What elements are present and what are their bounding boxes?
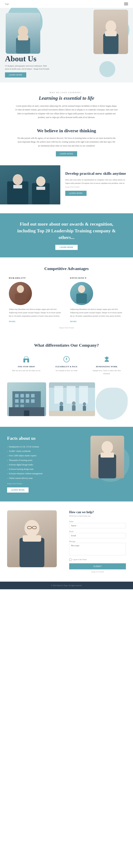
svg-rect-40 [49, 411, 95, 416]
svg-rect-52 [100, 453, 114, 458]
hero-photo-right [93, 9, 128, 54]
develop-content: Develop practical new skills anytime Dui… [60, 165, 133, 205]
competitive-durability-body: Adipiscing bibendum sed ultrices integer… [9, 308, 63, 318]
facts-item-5: ›In-house digital design studio [7, 463, 85, 467]
develop-body: Duis aute irure dolor in reprehenderit i… [65, 178, 128, 185]
nav-logo: logo [5, 2, 9, 5]
svg-rect-30 [31, 394, 35, 398]
facts-learn-more-button[interactable]: LEARN MORE [7, 488, 29, 493]
contact-sub: We'd love to hear from you [69, 515, 126, 517]
form-submit-button[interactable]: SUBMIT [69, 563, 126, 569]
develop-learn-more-button[interactable]: LEARN MORE [65, 191, 87, 196]
facts-left: Facts about us ›Headquarters in UK, US &… [7, 436, 85, 493]
durability-person-icon [12, 284, 28, 303]
svg-point-23 [104, 357, 106, 359]
svg-rect-29 [26, 394, 29, 398]
diff-flexibility-col: Flexibility & pace we commit to how we w… [47, 353, 86, 377]
diff-flexibility-icon [62, 355, 71, 364]
svg-rect-51 [98, 454, 116, 478]
svg-point-10 [36, 176, 45, 186]
svg-point-46 [72, 401, 76, 405]
svg-rect-27 [15, 394, 18, 398]
svg-rect-4 [103, 34, 119, 54]
awards-learn-more-button[interactable]: LEARN MORE [55, 245, 78, 250]
form-message-input[interactable] [69, 543, 126, 555]
svg-rect-28 [20, 394, 24, 398]
form-checkbox-group: I agree to the Terms [69, 558, 126, 561]
facts-item-7: ›In-house enterprise solution management [7, 471, 85, 476]
facts-list: ›Headquarters in UK, US & Germany ›35,00… [7, 444, 85, 480]
believe-section: We believe in diverse thinking We take p… [0, 125, 133, 163]
diff-humanizing-title: Humanizing work [89, 366, 124, 368]
svg-point-44 [59, 402, 63, 406]
form-message-label: Message [69, 540, 126, 542]
why-section: WHY WE LOVE LEARNING... Learning is esse… [0, 83, 133, 125]
diff-flexibility-title: Flexibility & pace [49, 366, 84, 368]
hero-blob-3 [99, 61, 115, 77]
svg-point-14 [78, 285, 85, 293]
svg-rect-37 [24, 410, 29, 416]
svg-point-48 [83, 402, 86, 406]
svg-point-12 [17, 285, 24, 293]
develop-photo [0, 165, 60, 205]
svg-rect-35 [15, 405, 18, 407]
footer: © 2023 About Us Page. All rights reserve… [0, 582, 133, 589]
form-name-input[interactable] [69, 523, 126, 528]
facts-item-8: ›Global content delivery team [7, 476, 85, 480]
develop-people-icon [4, 167, 57, 205]
facts-item-2: ›35,000+ clients worldwide [7, 449, 85, 454]
competitive-durability-col: DURABILITY Adipiscing bibendum sed ultri… [9, 277, 63, 323]
competitive-efficiency-col: EFFICIENCY Adipiscing bibendum sed ultri… [70, 277, 124, 323]
diff-shop-icon [22, 355, 31, 364]
hero-photo-left [6, 13, 40, 54]
competitive-durability-more[interactable]: MORE [9, 320, 15, 322]
hero-person-right-icon [99, 17, 122, 54]
contact-person-icon [11, 514, 53, 567]
believe-heading: We believe in diverse thinking [11, 128, 122, 133]
diff-one-stop-title: One-stop-shop [9, 366, 44, 368]
contact-img-from: Image by Freepik [69, 571, 126, 573]
competitive-heading: Competitive Advantages [9, 266, 124, 271]
form-email-input[interactable] [69, 533, 126, 538]
svg-rect-13 [15, 293, 26, 303]
nav-menu-icon[interactable] [124, 3, 128, 5]
competitive-durability-photo [9, 282, 32, 305]
svg-rect-49 [83, 406, 86, 411]
awards-section: Find out more about our awards & recogni… [0, 213, 133, 257]
diff-interior-photo [49, 382, 95, 416]
hero-section: About Us UI designer, photographer and t… [0, 8, 133, 83]
develop-heading: Develop practical new skills anytime [65, 171, 128, 176]
svg-point-53 [25, 520, 39, 536]
diff-flexibility-body: we commit to how we work [49, 369, 84, 372]
svg-rect-54 [19, 538, 44, 567]
svg-rect-34 [31, 399, 35, 403]
why-body: Lorem ipsum dolor sit amet, consectetur … [15, 104, 118, 119]
svg-rect-8 [13, 185, 22, 188]
hero-text-block: About Us UI designer, photographer and t… [5, 55, 49, 78]
efficiency-person-icon [74, 284, 90, 303]
hero-learn-more-button[interactable]: LEARN MORE [5, 72, 26, 78]
develop-section: Develop practical new skills anytime Dui… [0, 165, 133, 205]
diff-one-stop-body: But our new and our all what we art [9, 369, 44, 372]
svg-rect-11 [36, 187, 45, 190]
facts-person-photo [90, 436, 124, 478]
why-heading: Learning is essential to life [11, 95, 122, 101]
svg-rect-42 [67, 386, 76, 404]
facts-img-from: Images from Freepik [7, 483, 85, 485]
competitive-efficiency-more[interactable]: MORE [70, 320, 77, 322]
building-icon [9, 384, 44, 416]
form-name-label: Name [69, 521, 126, 522]
svg-point-3 [105, 21, 116, 33]
form-checkbox-input[interactable] [69, 559, 72, 561]
believe-learn-more-button[interactable]: LEARN MORE [56, 151, 77, 156]
form-checkbox-label: I agree to the Terms [73, 558, 87, 561]
svg-rect-33 [26, 399, 29, 403]
diff-section: What differentiates Our Company? One-sto… [0, 334, 133, 422]
contact-person-photo [7, 510, 57, 567]
competitive-efficiency-title: EFFICIENCY [70, 277, 124, 279]
contact-section: How can we help? We'd love to hear from … [0, 501, 133, 582]
believe-body: We take pursuit with the agency of our m… [17, 136, 116, 148]
facts-section: Facts about us ›Headquarters in UK, US &… [0, 427, 133, 501]
svg-rect-41 [54, 386, 63, 404]
svg-rect-5 [105, 31, 117, 36]
